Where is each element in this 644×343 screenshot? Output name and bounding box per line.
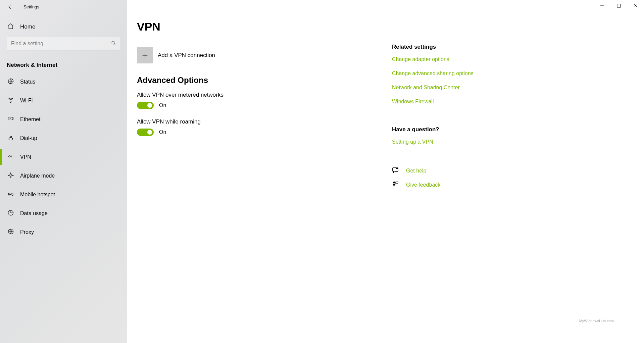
toggle-switch[interactable] <box>137 129 154 136</box>
sidebar-item-label: Airplane mode <box>20 173 55 179</box>
sidebar-item-airplane-mode[interactable]: Airplane mode <box>0 166 127 185</box>
sidebar-item-proxy[interactable]: Proxy <box>0 223 127 242</box>
right-panel: Related settings Change adapter optionsC… <box>392 20 499 343</box>
sidebar-item-status[interactable]: Status <box>0 72 127 91</box>
sidebar-item-label: Mobile hotspot <box>20 192 55 198</box>
get-help-row[interactable]: ? Get help <box>392 166 499 175</box>
sidebar-item-mobile-hotspot[interactable]: Mobile hotspot <box>0 185 127 204</box>
related-link[interactable]: Network and Sharing Center <box>392 85 499 91</box>
question-link[interactable]: Setting up a VPN <box>392 139 499 145</box>
airplane-icon <box>7 172 14 180</box>
search-wrap <box>0 37 127 50</box>
add-vpn-button[interactable]: Add a VPN connection <box>137 47 392 63</box>
svg-point-8 <box>11 136 11 137</box>
options-list: Allow VPN over metered networksOnAllow V… <box>137 92 392 136</box>
sidebar-item-label: Dial-up <box>20 135 37 141</box>
svg-point-15 <box>393 182 395 184</box>
svg-point-5 <box>9 139 9 139</box>
option-label: Allow VPN while roaming <box>137 118 392 125</box>
globe-icon <box>7 78 14 86</box>
related-link[interactable]: Change adapter options <box>392 56 499 62</box>
nav-list: StatusWi-FiEthernetDial-upVPNAirplane mo… <box>0 72 127 242</box>
sidebar-item-label: Ethernet <box>20 116 40 122</box>
dialup-icon <box>7 134 14 142</box>
app-title: Settings <box>23 4 39 9</box>
sidebar-category: Network & Internet <box>0 50 127 72</box>
window-controls <box>594 0 644 11</box>
svg-point-2 <box>10 102 11 103</box>
feedback-icon <box>392 181 399 189</box>
sidebar-item-label: Status <box>20 79 35 85</box>
home-nav[interactable]: Home <box>0 13 127 37</box>
back-icon[interactable] <box>7 3 13 10</box>
sidebar-item-wi-fi[interactable]: Wi-Fi <box>0 91 127 110</box>
svg-rect-17 <box>396 182 398 184</box>
page-title: VPN <box>137 20 392 33</box>
sidebar-item-label: Data usage <box>20 210 48 216</box>
advanced-heading: Advanced Options <box>137 76 392 85</box>
ethernet-icon <box>7 115 14 124</box>
close-button[interactable] <box>627 0 644 11</box>
main: VPN Add a VPN connection Advanced Option… <box>127 0 644 343</box>
add-vpn-label: Add a VPN connection <box>158 52 215 59</box>
sidebar-item-vpn[interactable]: VPN <box>0 148 127 166</box>
plus-icon <box>137 47 153 63</box>
home-label: Home <box>20 23 35 30</box>
toggle-state: On <box>159 102 166 108</box>
svg-point-6 <box>12 139 13 139</box>
svg-point-7 <box>10 136 10 137</box>
usage-icon <box>7 209 14 217</box>
hotspot-icon <box>7 191 14 199</box>
maximize-button[interactable] <box>610 0 627 11</box>
give-feedback-row[interactable]: Give feedback <box>392 181 499 189</box>
sidebar-item-label: Proxy <box>20 229 34 235</box>
option-label: Allow VPN over metered networks <box>137 92 392 98</box>
give-feedback-link: Give feedback <box>406 182 440 188</box>
vpn-icon <box>7 153 14 161</box>
related-link[interactable]: Windows Firewall <box>392 99 499 105</box>
related-heading: Related settings <box>392 44 499 50</box>
get-help-link: Get help <box>406 168 426 174</box>
home-icon <box>7 23 14 31</box>
proxy-icon <box>7 228 14 236</box>
svg-rect-3 <box>8 117 12 120</box>
search-icon[interactable] <box>111 40 117 48</box>
related-link[interactable]: Change advanced sharing options <box>392 70 499 77</box>
wifi-icon <box>7 97 14 105</box>
content: VPN Add a VPN connection Advanced Option… <box>137 20 392 343</box>
toggle-switch[interactable] <box>137 102 154 109</box>
sidebar: Settings Home Network & Internet StatusW… <box>0 0 127 343</box>
svg-point-0 <box>112 41 115 44</box>
svg-point-9 <box>9 156 10 157</box>
minimize-button[interactable] <box>594 0 610 11</box>
question-heading: Have a question? <box>392 126 499 133</box>
search-input[interactable] <box>7 37 120 50</box>
toggle-state: On <box>159 129 166 135</box>
sidebar-item-ethernet[interactable]: Ethernet <box>0 110 127 129</box>
sidebar-item-label: Wi-Fi <box>20 98 33 104</box>
svg-rect-16 <box>393 184 395 186</box>
sidebar-item-data-usage[interactable]: Data usage <box>0 204 127 223</box>
svg-point-10 <box>10 194 11 195</box>
chat-help-icon: ? <box>392 166 399 175</box>
svg-rect-4 <box>12 118 13 119</box>
sidebar-item-label: VPN <box>20 154 31 160</box>
svg-rect-18 <box>617 4 621 7</box>
titlebar: Settings <box>0 0 127 13</box>
sidebar-item-dial-up[interactable]: Dial-up <box>0 129 127 148</box>
